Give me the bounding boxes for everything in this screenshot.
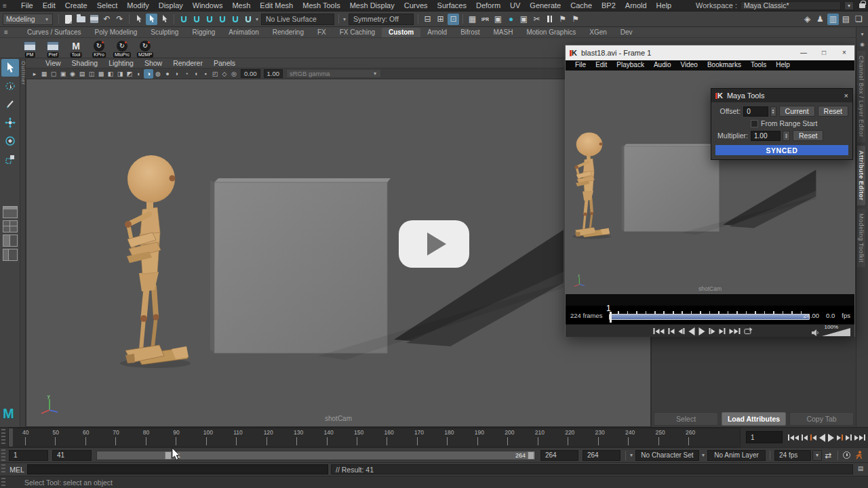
range-slider-track[interactable]: 41 264 <box>96 451 536 460</box>
make-live-icon[interactable] <box>242 14 254 25</box>
previous-key-button[interactable] <box>810 434 816 441</box>
shelf-tab[interactable]: Poly Modeling <box>87 28 144 37</box>
player-menu-item[interactable]: Tools <box>747 61 770 68</box>
app-menu-icon[interactable]: ≡ <box>3 2 12 9</box>
render-settings-icon[interactable]: ▣ <box>492 14 504 25</box>
maya-tools-titlebar[interactable]: K Maya Tools × <box>711 89 852 102</box>
viewport-3d-view[interactable]: shotCam <box>26 79 651 427</box>
next-bookmark-button[interactable] <box>719 328 725 334</box>
viewport-toolbar-icon[interactable]: ▣ <box>58 69 68 79</box>
play-forward-button[interactable] <box>698 327 705 336</box>
tab-channel-box[interactable]: Channel Box / Layer Editor <box>857 51 865 142</box>
go-to-end-button[interactable] <box>729 328 740 334</box>
viewport-toolbar-icon[interactable]: ◩ <box>125 69 134 79</box>
next-key-button[interactable] <box>837 434 843 441</box>
time-slider-ruler[interactable]: 4050607080901001101201301401501601701801… <box>8 428 741 447</box>
time-slider-grip[interactable] <box>1 429 5 446</box>
from-range-start-checkbox[interactable] <box>751 120 758 127</box>
modeling-toolkit-toggle-icon[interactable]: ◈ <box>802 14 813 25</box>
fps-caret-icon[interactable]: ▾ <box>812 450 822 461</box>
select-object-icon[interactable] <box>146 14 157 25</box>
step-forward-frame-button[interactable] <box>846 434 852 441</box>
copy-tab-button[interactable]: Copy Tab <box>789 412 854 426</box>
viewport-toolbar-icon[interactable]: ◐ <box>134 69 144 79</box>
player-menu-item[interactable]: Bookmarks <box>703 61 745 68</box>
select-button[interactable]: Select <box>654 412 718 426</box>
select-hierarchy-icon[interactable] <box>133 14 144 25</box>
animation-start-field[interactable]: 1 <box>9 450 48 461</box>
pause-viewport-icon[interactable] <box>544 14 555 25</box>
flag-one-icon[interactable]: ⚑ <box>557 14 568 25</box>
player-menu-item[interactable]: File <box>571 61 590 68</box>
go-to-range-end-button[interactable] <box>854 434 865 441</box>
menu-item[interactable]: Select <box>92 1 123 9</box>
playback-start-field[interactable]: 41 <box>52 450 92 461</box>
tab-modeling-toolkit[interactable]: Modeling Toolkit <box>857 209 865 267</box>
command-line-grip[interactable] <box>1 464 5 474</box>
spin-down-icon[interactable]: ▼ <box>772 111 775 114</box>
offset-input[interactable]: 0 <box>743 106 768 117</box>
cut-icon[interactable]: ✂ <box>531 14 542 25</box>
player-menu-item[interactable]: Audio <box>650 61 675 68</box>
menu-item[interactable]: Generate <box>525 1 566 9</box>
menu-item[interactable]: Modify <box>122 1 153 9</box>
playback-end-field[interactable]: 264 <box>540 450 578 461</box>
viewport-toolbar-icon[interactable]: ◨ <box>115 69 125 79</box>
character-set-selector[interactable]: No Character Set <box>635 450 699 461</box>
view-transform-select[interactable]: sRGB gamma ▾ <box>286 69 381 78</box>
outliner-collapsed-panel[interactable]: Outliner <box>20 58 26 427</box>
viewport-toolbar-icon[interactable]: ◧ <box>106 69 115 79</box>
minimize-button[interactable]: — <box>793 45 814 60</box>
video-play-overlay-button[interactable] <box>399 220 469 268</box>
panel-menu-item[interactable]: Panels <box>209 59 240 67</box>
workspace-value[interactable]: Maya Classic* <box>741 1 841 10</box>
go-to-range-start-button[interactable] <box>788 434 799 441</box>
menu-item[interactable]: Create <box>60 1 92 9</box>
menu-item[interactable]: Mesh Display <box>345 1 399 9</box>
menu-item[interactable]: UV <box>505 1 525 9</box>
shelf-tab[interactable]: Sculpting <box>144 28 185 37</box>
previous-bookmark-button[interactable] <box>668 328 674 334</box>
animation-preferences-icon[interactable] <box>843 451 850 459</box>
step-back-frame-button[interactable] <box>802 434 808 441</box>
panel-menu-item[interactable]: Renderer <box>168 59 208 67</box>
rail-collapse-icon[interactable]: ▾ <box>856 31 868 37</box>
live-surface-field[interactable]: No Live Surface <box>261 14 334 25</box>
viewport-toolbar-icon[interactable]: ◗ <box>172 69 182 79</box>
offset-spinner[interactable]: ▲▼ <box>770 106 776 117</box>
shelf-tab[interactable]: Rigging <box>185 28 222 37</box>
menuset-selector[interactable]: Modeling ▾ <box>3 14 53 25</box>
viewport-toolbar-icon[interactable]: ◎ <box>229 69 239 79</box>
go-to-start-button[interactable] <box>653 328 664 334</box>
fps-selector[interactable]: 24 fps <box>774 450 811 461</box>
playback-loop-icon[interactable]: ⇄ <box>823 449 834 461</box>
auto-key-icon[interactable] <box>853 449 865 461</box>
save-scene-icon[interactable] <box>88 14 100 25</box>
shelf-button-pm[interactable]: PM <box>20 39 39 58</box>
range-start-handle[interactable] <box>165 451 172 460</box>
current-button[interactable]: Current <box>779 106 815 117</box>
menu-item[interactable]: Display <box>154 1 188 9</box>
viewport-toolbar-icon[interactable]: ◍ <box>153 69 163 79</box>
viewport-toolbar-icon[interactable]: ▢ <box>49 69 58 79</box>
menu-item[interactable]: Cache <box>566 1 597 9</box>
menu-item[interactable]: Edit <box>38 1 60 9</box>
viewport-toolbar-icon[interactable]: ▪ <box>201 69 210 79</box>
symmetry-caret-icon[interactable]: ▾ <box>342 16 347 22</box>
current-time-field[interactable]: 1 <box>746 431 783 443</box>
shelf-button-pref[interactable]: Pref <box>43 39 62 58</box>
gamma-field[interactable]: 1.00 <box>264 69 283 78</box>
menu-item[interactable]: Mesh Tools <box>298 1 344 9</box>
workspace-caret-icon[interactable]: ▾ <box>844 1 854 10</box>
rotate-tool[interactable] <box>1 132 19 150</box>
maximize-button[interactable]: □ <box>814 45 834 60</box>
menu-item[interactable]: BP2 <box>597 1 620 9</box>
snap-curve-icon[interactable] <box>191 14 202 25</box>
play-backwards-button[interactable] <box>819 434 825 442</box>
select-component-icon[interactable] <box>159 14 170 25</box>
viewport-toolbar-icon[interactable]: ◇ <box>220 69 229 79</box>
layout-single-pane-button[interactable] <box>3 206 18 218</box>
shelf-tab[interactable]: Bifrost <box>454 28 486 37</box>
anim-layer-caret-icon[interactable]: ▾ <box>701 452 706 458</box>
output-connections-icon[interactable]: ⊞ <box>435 14 446 25</box>
